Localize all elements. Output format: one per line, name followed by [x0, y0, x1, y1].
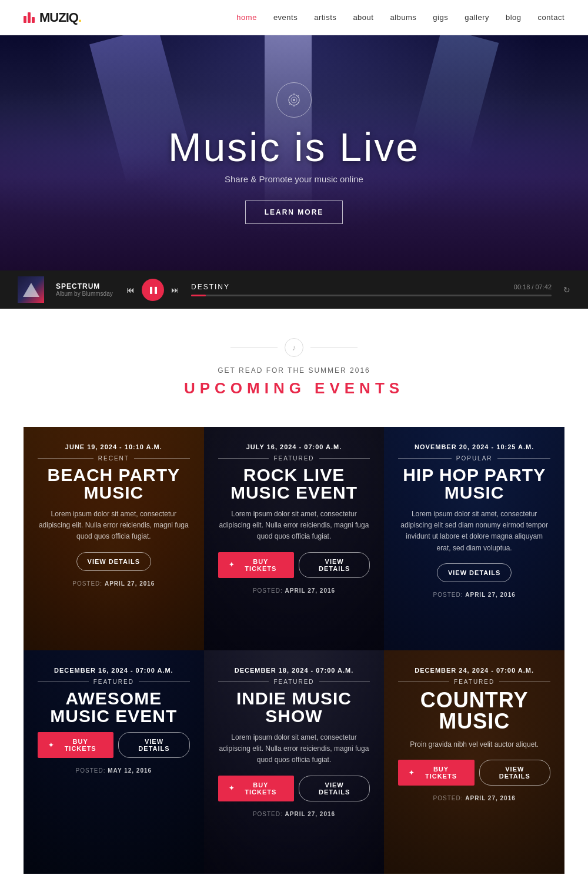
view-details-button-4[interactable]: VIEW DETAILS	[299, 776, 370, 801]
album-sub: Album by Blummsday	[56, 290, 115, 297]
logo-text: MUZIQ.	[39, 10, 81, 25]
logo-bar-1	[24, 16, 26, 23]
repeat-button[interactable]: ↻	[563, 285, 570, 295]
album-art-triangle	[23, 283, 39, 297]
event-posted-date-4: APRIL 27, 2016	[285, 811, 336, 817]
svg-line-6	[289, 103, 290, 105]
logo: MUZIQ.	[24, 10, 81, 25]
section-divider: ♪	[0, 338, 588, 357]
event-title-0: BEACH PARTY MUSIC	[38, 466, 190, 502]
nav-about[interactable]: about	[353, 13, 373, 22]
player-info: SPECTRUM Album by Blummsday	[56, 282, 115, 297]
event-card-4: DECEMBER 18, 2024 - 07:00 A.M. FEATURED …	[204, 650, 385, 874]
event-posted-date-3: MAY 12, 2016	[108, 767, 152, 774]
nav-albums[interactable]: albums	[390, 13, 416, 22]
lightning-icon-4: ✦	[229, 784, 235, 792]
logo-icon	[24, 12, 35, 23]
event-badge-4: FEATURED	[218, 679, 370, 685]
event-posted-1: POSTED: APRIL 27, 2016	[218, 587, 370, 594]
badge-line-left-1	[218, 458, 269, 459]
nav-gallery[interactable]: gallery	[465, 13, 489, 22]
view-details-button-0[interactable]: VIEW DETAILS	[76, 552, 151, 571]
rewind-button[interactable]: ⏮	[126, 285, 135, 295]
buy-tickets-button-1[interactable]: ✦ BUY TICKETS	[218, 552, 294, 578]
pause-icon: ❚❚	[148, 286, 158, 294]
progress-fill	[191, 295, 206, 296]
event-badge-2: POPULAR	[398, 455, 550, 462]
divider-line-left	[230, 348, 278, 348]
view-details-button-3[interactable]: VIEW DETAILS	[118, 732, 189, 758]
progress-bar[interactable]	[191, 295, 552, 296]
nav-gigs[interactable]: gigs	[433, 13, 448, 22]
card-content-1: JULY 16, 2024 - 07:00 A.M. FEATURED ROCK…	[218, 443, 370, 639]
fast-forward-button[interactable]: ⏭	[171, 285, 179, 295]
buy-tickets-button-3[interactable]: ✦ BUY TICKETS	[38, 732, 113, 758]
pause-button[interactable]: ❚❚	[142, 279, 164, 301]
badge-line-right-2	[497, 458, 550, 459]
track-time: 00:18 / 07:42	[514, 283, 552, 290]
card-content-3: DECEMBER 16, 2024 - 07:00 A.M. FEATURED …	[38, 667, 190, 862]
badge-line-left-2	[398, 458, 451, 459]
badge-line-left-0	[38, 458, 93, 459]
event-actions-2: VIEW DETAILS	[398, 563, 550, 582]
event-title-4: INDIE MUSIC SHOW	[218, 690, 370, 725]
player-track: DESTINY 00:18 / 07:42	[191, 283, 552, 296]
hero-content: Music is Live Share & Promote your music…	[168, 82, 420, 224]
event-badge-5: FEATURED	[398, 679, 550, 685]
event-card-2: NOVEMBER 20, 2024 - 10:25 A.M. POPULAR H…	[384, 427, 564, 650]
beat-club-logo	[276, 82, 312, 118]
badge-line-left-5	[398, 681, 449, 682]
svg-point-2	[293, 99, 295, 101]
event-desc-0: Lorem ipsum dolor sit amet, consectetur …	[38, 509, 190, 543]
event-badge-0: RECENT	[38, 455, 190, 462]
badge-line-left-3	[38, 681, 89, 682]
view-details-button-5[interactable]: VIEW DETAILS	[479, 760, 550, 786]
buy-tickets-button-5[interactable]: ✦ BUY TICKETS	[398, 760, 474, 786]
badge-line-left-4	[218, 681, 269, 682]
event-posted-date-1: APRIL 27, 2016	[285, 587, 336, 594]
event-desc-2: Lorem ipsum dolor sit amet, consectetur …	[398, 509, 550, 554]
event-posted-date-0: APRIL 27, 2016	[105, 580, 155, 587]
events-section: ♪ GET READ FOR THE SUMMER 2016 UPCOMING …	[0, 309, 588, 882]
buy-tickets-button-4[interactable]: ✦ BUY TICKETS	[218, 776, 294, 801]
nav-contact[interactable]: contact	[538, 13, 564, 22]
nav-home[interactable]: home	[236, 13, 257, 22]
track-top: DESTINY 00:18 / 07:42	[191, 283, 552, 291]
events-section-title: UPCOMING EVENTS	[0, 379, 588, 397]
event-date-3: DECEMBER 16, 2024 - 07:00 A.M.	[38, 667, 190, 674]
nav-artists[interactable]: artists	[314, 13, 336, 22]
event-date-4: DECEMBER 18, 2024 - 07:00 A.M.	[218, 667, 370, 674]
event-card-5: DECEMBER 24, 2024 - 07:00 A.M. FEATURED …	[384, 650, 564, 874]
badge-text-3: FEATURED	[93, 679, 134, 685]
hero-section: Music is Live Share & Promote your music…	[0, 35, 588, 270]
event-posted-5: POSTED: APRIL 27, 2016	[398, 795, 550, 801]
view-details-button-2[interactable]: VIEW DETAILS	[437, 563, 512, 582]
player-controls: ⏮ ❚❚ ⏭	[126, 279, 179, 301]
event-badge-1: FEATURED	[218, 455, 370, 462]
event-desc-4: Lorem ipsum dolor sit amet, consectetur …	[218, 732, 370, 766]
nav-blog[interactable]: blog	[506, 13, 522, 22]
event-date-2: NOVEMBER 20, 2024 - 10:25 A.M.	[398, 443, 550, 450]
event-card-1: JULY 16, 2024 - 07:00 A.M. FEATURED ROCK…	[204, 427, 385, 650]
event-actions-4: ✦ BUY TICKETS VIEW DETAILS	[218, 776, 370, 801]
card-content-5: DECEMBER 24, 2024 - 07:00 A.M. FEATURED …	[398, 667, 550, 862]
section-header: ♪ GET READ FOR THE SUMMER 2016 UPCOMING …	[0, 309, 588, 415]
event-posted-0: POSTED: APRIL 27, 2016	[38, 580, 190, 587]
event-posted-2: POSTED: APRIL 27, 2016	[398, 592, 550, 598]
event-badge-3: FEATURED	[38, 679, 190, 685]
learn-more-button[interactable]: LEARN MORE	[245, 201, 343, 224]
event-actions-3: ✦ BUY TICKETS VIEW DETAILS	[38, 732, 190, 758]
badge-line-right-4	[319, 681, 370, 682]
music-player: SPECTRUM Album by Blummsday ⏮ ❚❚ ⏭ DESTI…	[0, 270, 588, 309]
main-nav: home events artists about albums gigs ga…	[236, 13, 564, 22]
view-details-button-1[interactable]: VIEW DETAILS	[299, 552, 370, 578]
event-actions-0: VIEW DETAILS	[38, 552, 190, 571]
nav-events[interactable]: events	[273, 13, 298, 22]
lightning-icon-3: ✦	[48, 741, 54, 749]
badge-line-right-0	[134, 458, 190, 459]
badge-text-0: RECENT	[98, 455, 129, 462]
logo-bar-3	[32, 17, 35, 23]
album-name: SPECTRUM	[56, 282, 115, 290]
event-actions-1: ✦ BUY TICKETS VIEW DETAILS	[218, 552, 370, 578]
lightning-icon-5: ✦	[409, 769, 415, 777]
